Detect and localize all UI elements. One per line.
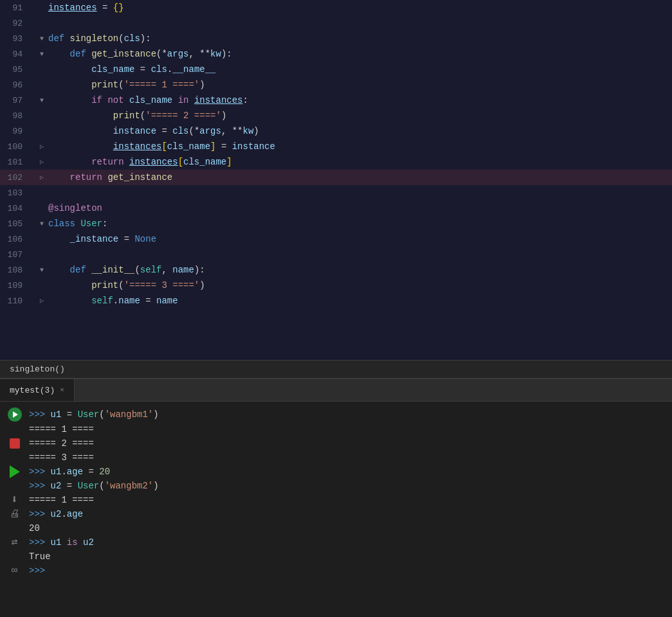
code-line: 95 cls_name = cls.__name__ [0, 62, 672, 77]
terminal-section: mytest(3) × >>> u1 = User('wangbm1')====… [0, 378, 672, 617]
code-content: print('===== 1 ====') [48, 77, 659, 93]
code-line: 92 [0, 15, 672, 31]
terminal-tab-close[interactable]: × [60, 386, 64, 394]
line-number: 96 [0, 80, 35, 90]
code-line: 94▼ def get_instance(*args, **kw): [0, 46, 672, 62]
code-container: 91instances = {}9293▼def singleton(cls):… [0, 0, 672, 360]
line-number: 99 [0, 127, 35, 136]
code-line: 110▷ self.name = name [0, 293, 672, 308]
fold-gutter[interactable]: ▷ [35, 174, 48, 181]
terminal-gutter: ∞ [0, 566, 29, 576]
fold-gutter[interactable]: ▼ [35, 35, 48, 42]
terminal-line: >>> u1.age = 20 [0, 465, 672, 479]
code-line: 104@singleton [0, 201, 672, 216]
line-number: 105 [0, 219, 35, 229]
download-icon[interactable]: ⬇ [11, 494, 18, 506]
terminal-gutter: ⬇ [0, 494, 29, 506]
code-line: 101▷ return instances[cls_name] [0, 154, 672, 170]
code-content: def get_instance(*args, **kw): [48, 46, 659, 62]
terminal-tab-bar: mytest(3) × [0, 379, 672, 402]
line-number: 106 [0, 235, 35, 244]
terminal-line: 🖨>>> u2.age [0, 507, 672, 521]
code-content: _instance = None [48, 231, 659, 247]
code-content: instances[cls_name] = instance [48, 139, 659, 154]
fold-gutter[interactable]: ▼ [35, 220, 48, 228]
terminal-tab-label: mytest(3) [10, 386, 55, 395]
terminal-text: ===== 1 ==== [29, 424, 672, 434]
line-number: 94 [0, 49, 35, 59]
filter-icon[interactable]: ⇄ [12, 537, 18, 548]
code-line: 103 [0, 185, 672, 201]
line-number: 107 [0, 250, 35, 260]
line-number: 102 [0, 173, 35, 183]
code-content: if not cls_name in instances: [48, 93, 659, 108]
print-icon[interactable]: 🖨 [10, 509, 20, 519]
line-number: 92 [0, 19, 35, 28]
terminal-gutter [0, 438, 29, 449]
terminal-text: >>> [29, 566, 672, 576]
code-line: 97▼ if not cls_name in instances: [0, 93, 672, 108]
line-number: 98 [0, 111, 35, 121]
terminal-gutter: 🖨 [0, 509, 29, 519]
code-content: instances = {} [48, 0, 659, 15]
terminal-line: ⬇===== 1 ==== [0, 493, 672, 507]
code-content: print('===== 3 ====') [48, 278, 659, 293]
line-number: 108 [0, 265, 35, 275]
code-content: return instances[cls_name] [48, 154, 659, 170]
fold-gutter[interactable]: ▼ [35, 51, 48, 58]
terminal-line: ===== 3 ==== [0, 451, 672, 465]
code-content: class User: [48, 216, 659, 231]
terminal-line: ===== 1 ==== [0, 422, 672, 436]
run-icon[interactable] [8, 407, 22, 422]
code-line: 108▼ def __init__(self, name): [0, 262, 672, 278]
code-content: cls_name = cls.__name__ [48, 62, 659, 77]
loop-icon[interactable]: ∞ [12, 566, 18, 576]
code-content: print('===== 2 ====') [48, 108, 659, 123]
terminal-text: True [29, 551, 672, 562]
terminal-line: >>> u2 = User('wangbm2') [0, 479, 672, 493]
terminal-line: ⇄>>> u1 is u2 [0, 535, 672, 550]
code-content: instance = cls(*args, **kw) [48, 123, 659, 139]
terminal-content: >>> u1 = User('wangbm1')===== 1 ========… [0, 402, 672, 617]
line-number: 103 [0, 188, 35, 198]
line-number: 110 [0, 296, 35, 306]
code-line: 98 print('===== 2 ====') [0, 108, 672, 123]
code-content: def singleton(cls): [48, 31, 659, 46]
line-number: 101 [0, 157, 35, 167]
fold-gutter[interactable]: ▷ [35, 297, 48, 305]
code-line: 100▷ instances[cls_name] = instance [0, 139, 672, 154]
code-line: 102▷ return get_instance [0, 170, 672, 185]
terminal-tab[interactable]: mytest(3) × [0, 379, 75, 401]
fold-gutter[interactable]: ▼ [35, 97, 48, 104]
code-line: 93▼def singleton(cls): [0, 31, 672, 46]
terminal-text: >>> u2.age [29, 509, 672, 519]
code-line: 91instances = {} [0, 0, 672, 15]
play-icon[interactable] [10, 465, 20, 478]
code-content: def __init__(self, name): [48, 262, 659, 278]
code-line: 109 print('===== 3 ====') [0, 278, 672, 293]
code-line: 105▼class User: [0, 216, 672, 231]
fold-gutter[interactable]: ▼ [35, 267, 48, 274]
terminal-text: >>> u1.age = 20 [29, 467, 672, 477]
fold-gutter[interactable]: ▷ [35, 143, 48, 150]
code-content: @singleton [48, 201, 659, 216]
terminal-text: >>> u2 = User('wangbm2') [29, 481, 672, 491]
fold-gutter[interactable]: ▷ [35, 158, 48, 166]
terminal-gutter [0, 465, 29, 478]
breadcrumb: singleton() [10, 364, 65, 374]
terminal-line: ∞>>> [0, 564, 672, 578]
line-number: 97 [0, 96, 35, 105]
terminal-gutter [0, 407, 29, 422]
terminal-line: >>> u1 = User('wangbm1') [0, 407, 672, 422]
code-line: 106 _instance = None [0, 231, 672, 247]
code-content: self.name = name [48, 293, 659, 308]
code-line: 96 print('===== 1 ====') [0, 77, 672, 93]
editor-section: 91instances = {}9293▼def singleton(cls):… [0, 0, 672, 360]
breadcrumb-bar: singleton() [0, 360, 672, 378]
line-number: 93 [0, 34, 35, 44]
line-number: 104 [0, 204, 35, 213]
code-content: return get_instance [48, 170, 659, 185]
terminal-text: ===== 1 ==== [29, 495, 672, 505]
line-number: 91 [0, 3, 35, 13]
stop-icon[interactable] [10, 438, 20, 449]
